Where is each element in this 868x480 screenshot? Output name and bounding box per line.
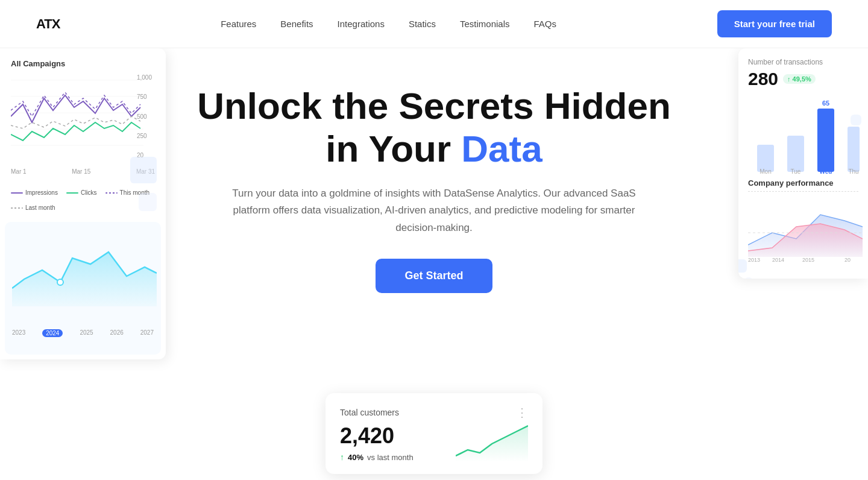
vs-label: vs last month: [367, 453, 414, 462]
nav-integrations[interactable]: Integrations: [338, 19, 385, 29]
hero-section: Unlock the Secrets Hidden in Your Data T…: [0, 48, 868, 317]
svg-text:2013: 2013: [748, 257, 760, 263]
svg-rect-8: [787, 136, 804, 172]
nav-statics[interactable]: Statics: [409, 19, 436, 29]
card-title: Total customers: [340, 408, 399, 417]
svg-text:Thu: Thu: [848, 168, 858, 175]
growth-badge: ↑ 49,5%: [783, 74, 816, 84]
total-customers-card: Total customers ⋮ 2,420 ↑ 40% vs last mo…: [326, 393, 542, 474]
nav-links: Features Benefits Integrations Statics T…: [221, 19, 556, 29]
right-panel: Number of transactions 280 ↑ 49,5% 65 Mo…: [738, 48, 868, 279]
company-perf-title: Company performance: [748, 178, 858, 188]
nav-faqs[interactable]: FAQs: [533, 19, 556, 29]
svg-text:65: 65: [822, 99, 829, 107]
bar-chart: 65 Mon Tue Wed Thu: [748, 96, 858, 169]
nav-testimonials[interactable]: Testimonials: [460, 19, 510, 29]
card-header: Total customers ⋮: [340, 405, 528, 420]
company-perf-chart: 2013 2014 2015 20: [748, 197, 858, 269]
company-performance: Company performance: [748, 178, 858, 269]
bar-chart-svg: 65 Mon Tue Wed Thu: [748, 96, 863, 175]
mini-line-chart: [456, 420, 528, 462]
bottom-chart-x-labels: 2023 2024 2025 2026 2027: [12, 329, 154, 337]
nav-benefits[interactable]: Benefits: [280, 19, 313, 29]
transactions-count: 280 ↑ 49,5%: [748, 69, 858, 89]
card-menu-icon[interactable]: ⋮: [516, 405, 528, 420]
hero-description: Turn your data into a goldmine of insigh…: [229, 185, 639, 238]
svg-text:Tue: Tue: [791, 168, 801, 175]
get-started-button[interactable]: Get Started: [376, 259, 492, 293]
logo: ATX: [36, 16, 60, 32]
perf-chart-svg: 2013 2014 2015 20: [748, 197, 863, 263]
transactions-label: Number of transactions: [748, 58, 858, 66]
navbar: ATX Features Benefits Integrations Stati…: [0, 0, 868, 48]
svg-text:2014: 2014: [772, 257, 784, 263]
nav-features[interactable]: Features: [221, 19, 256, 29]
growth-percent: 40%: [348, 453, 363, 462]
svg-text:20: 20: [844, 257, 851, 263]
svg-rect-9: [817, 109, 834, 172]
svg-rect-10: [848, 127, 860, 172]
svg-text:Mon: Mon: [760, 168, 771, 175]
hero-headline: Unlock the Secrets Hidden in Your Data: [197, 84, 671, 171]
up-arrow-icon: ↑: [340, 452, 344, 462]
svg-text:Wed: Wed: [820, 168, 832, 175]
cta-button[interactable]: Start your free trial: [717, 10, 832, 37]
svg-text:2015: 2015: [802, 257, 814, 263]
